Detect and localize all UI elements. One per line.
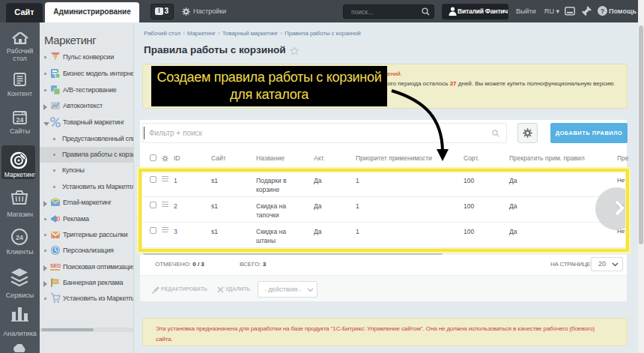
svg-text:24: 24 <box>16 116 23 124</box>
svg-text:24: 24 <box>16 234 23 241</box>
svg-text:?: ? <box>601 7 605 15</box>
svg-text:SEO: SEO <box>50 263 61 268</box>
